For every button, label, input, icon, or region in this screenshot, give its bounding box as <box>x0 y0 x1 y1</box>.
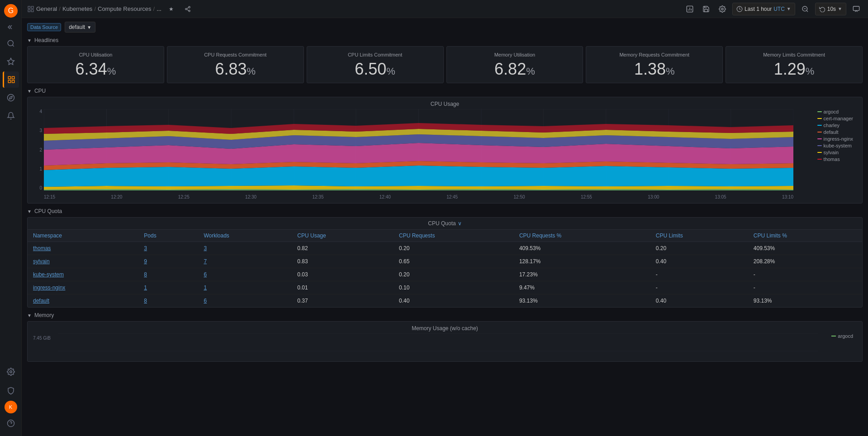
svg-point-2 <box>8 40 13 46</box>
svg-rect-14 <box>28 6 30 9</box>
quota-col-header-3[interactable]: CPU Usage <box>292 230 394 242</box>
stat-card-value-0: 6.34% <box>35 61 157 77</box>
sidebar-item-help[interactable] <box>3 415 19 431</box>
save-button[interactable] <box>700 3 712 15</box>
cpu-chart-svg-wrapper <box>44 109 793 190</box>
legend-item-sylvain: sylvain <box>817 150 853 155</box>
quota-cell-4-1[interactable]: 8 <box>138 294 198 308</box>
share-button[interactable] <box>181 3 194 15</box>
memory-section-header[interactable]: ▼ Memory <box>27 312 863 318</box>
memory-chart-area: 7.45 GiB argocd <box>33 333 857 356</box>
stat-card-value-2: 6.50% <box>314 61 436 77</box>
memory-legend-argocd: argocd <box>831 333 853 339</box>
quota-col-header-7[interactable]: CPU Limits % <box>748 230 862 242</box>
quota-cell-0-0[interactable]: thomas <box>28 242 138 255</box>
quota-cell-3-1[interactable]: 1 <box>138 281 198 294</box>
breadcrumb-part-1[interactable]: General <box>36 5 57 12</box>
svg-rect-16 <box>28 9 30 12</box>
memory-chart-title: Memory Usage (w/o cache) <box>33 325 857 332</box>
stat-card-4: Memory Requests Commitment 1.38% <box>586 46 723 83</box>
sidebar-item-search[interactable] <box>3 35 19 52</box>
cpu-quota-section-header[interactable]: ▼ CPU Quota <box>27 208 863 214</box>
time-range-selector[interactable]: Last 1 hour UTC ▼ <box>732 3 795 15</box>
table-row: sylvain970.830.65128.17%0.40208.28% <box>28 255 862 268</box>
quota-cell-3-2[interactable]: 1 <box>198 281 292 294</box>
legend-label-argocd: argocd <box>824 109 839 114</box>
svg-point-24 <box>721 8 723 10</box>
sidebar-item-alerting[interactable] <box>3 108 19 124</box>
quota-cell-2-1[interactable]: 8 <box>138 268 198 281</box>
quota-cell-4-2[interactable]: 6 <box>198 294 292 308</box>
stat-card-title-0: CPU Utilisation <box>35 52 157 57</box>
quota-cell-0-2[interactable]: 3 <box>198 242 292 255</box>
cpu-section-header[interactable]: ▼ CPU <box>27 88 863 94</box>
legend-item-thomas: thomas <box>817 156 853 162</box>
tv-mode-button[interactable] <box>850 3 863 15</box>
zoom-out-button[interactable] <box>799 3 811 15</box>
quota-cell-4-7: 93.13% <box>748 294 862 308</box>
sidebar-item-dashboards[interactable] <box>3 71 19 88</box>
svg-rect-17 <box>31 9 33 12</box>
x-axis-label-9: 13:00 <box>648 194 659 199</box>
refresh-controls[interactable]: 10s ▼ <box>815 3 846 15</box>
sidebar-toggle-button[interactable] <box>5 22 17 33</box>
user-avatar[interactable]: K <box>5 401 17 413</box>
visualizations-button[interactable] <box>683 3 696 15</box>
quota-cell-4-5: 93.13% <box>514 294 650 308</box>
cpu-quota-table-title: CPU Quota ∨ <box>28 218 862 230</box>
svg-rect-6 <box>12 76 14 79</box>
legend-color-default <box>817 132 822 133</box>
quota-col-header-6[interactable]: CPU Limits <box>650 230 748 242</box>
dashboard-content: Data Source default ▼ ▼ Headlines CPU Ut… <box>22 18 868 436</box>
headlines-section-header[interactable]: ▼ Headlines <box>27 37 863 43</box>
legend-color-charley <box>817 125 822 126</box>
breadcrumb-part-4[interactable]: ... <box>157 5 161 12</box>
breadcrumb-part-2[interactable]: Kubernetes <box>62 5 93 12</box>
stat-card-5: Memory Limits Commitment 1.29% <box>726 46 863 83</box>
quota-cell-1-2[interactable]: 7 <box>198 255 292 268</box>
quota-cell-3-6: - <box>650 281 748 294</box>
svg-rect-8 <box>12 81 14 83</box>
cpu-chart-area: 4 3 2 1 0 <box>33 109 857 199</box>
datasource-selector[interactable]: default ▼ <box>65 22 95 33</box>
quota-col-header-1[interactable]: Pods <box>138 230 198 242</box>
quota-cell-2-0[interactable]: kube-system <box>28 268 138 281</box>
sidebar-item-explore[interactable] <box>3 90 19 106</box>
sidebar-item-shield[interactable] <box>3 383 19 399</box>
legend-label-kube-system: kube-system <box>824 143 852 148</box>
breadcrumb-part-3[interactable]: Compute Resources <box>98 5 152 12</box>
svg-rect-15 <box>31 6 33 9</box>
quota-cell-3-3: 0.01 <box>292 281 394 294</box>
quota-cell-2-2[interactable]: 6 <box>198 268 292 281</box>
main-content: General / Kubernetes / Compute Resources… <box>22 0 868 436</box>
datasource-filter-label: Data Source <box>27 23 61 31</box>
svg-rect-29 <box>853 6 859 10</box>
quota-cell-3-0[interactable]: ingress-nginx <box>28 281 138 294</box>
quota-col-header-5[interactable]: CPU Requests % <box>514 230 650 242</box>
legend-item-argocd: argocd <box>817 109 853 114</box>
favorite-button[interactable]: ★ <box>165 3 178 15</box>
sidebar-item-starred[interactable] <box>3 53 19 70</box>
memory-chart-svg <box>58 333 818 351</box>
quota-cell-4-6: 0.40 <box>650 294 748 308</box>
sidebar-item-settings[interactable] <box>3 364 19 380</box>
settings-button[interactable] <box>716 3 729 15</box>
breadcrumb: General / Kubernetes / Compute Resources… <box>27 5 161 13</box>
quota-cell-0-1[interactable]: 3 <box>138 242 198 255</box>
quota-cell-4-0[interactable]: default <box>28 294 138 308</box>
quota-cell-2-6: - <box>650 268 748 281</box>
x-axis-label-10: 13:05 <box>715 194 726 199</box>
svg-marker-4 <box>7 58 14 65</box>
svg-rect-7 <box>8 81 10 83</box>
x-axis-label-1: 12:20 <box>111 194 122 199</box>
quota-col-header-0[interactable]: Namespace <box>28 230 138 242</box>
quota-cell-1-0[interactable]: sylvain <box>28 255 138 268</box>
svg-line-21 <box>187 9 189 10</box>
stat-card-1: CPU Requests Commitment 6.83% <box>167 46 304 83</box>
stat-card-value-5: 1.29% <box>733 61 855 77</box>
quota-cell-1-1[interactable]: 9 <box>138 255 198 268</box>
quota-col-header-4[interactable]: CPU Requests <box>394 230 514 242</box>
quota-cell-0-7: 409.53% <box>748 242 862 255</box>
quota-col-header-2[interactable]: Workloads <box>198 230 292 242</box>
app-logo[interactable]: G <box>4 4 18 18</box>
